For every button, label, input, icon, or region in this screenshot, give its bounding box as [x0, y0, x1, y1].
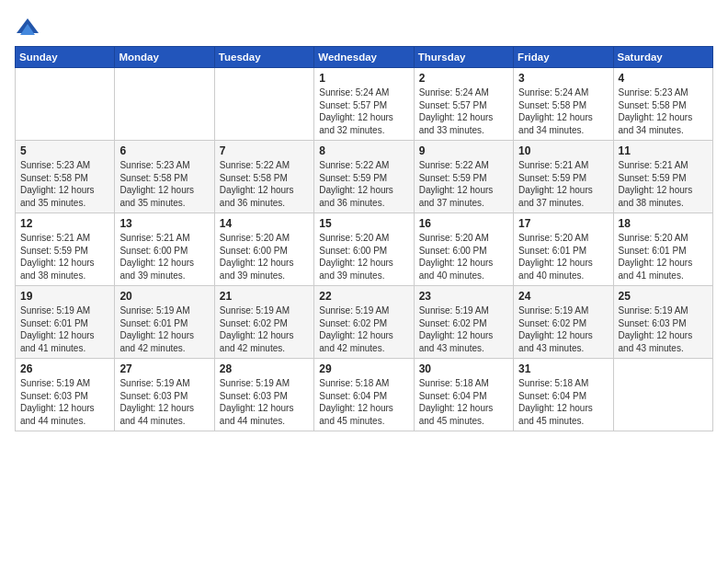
day-number: 14 — [220, 217, 309, 230]
calendar-cell: 16Sunrise: 5:20 AM Sunset: 6:00 PM Dayli… — [414, 213, 513, 286]
calendar-cell: 4Sunrise: 5:23 AM Sunset: 5:58 PM Daylig… — [613, 68, 712, 141]
day-number: 17 — [518, 217, 608, 230]
day-number: 16 — [419, 217, 508, 230]
day-number: 19 — [20, 290, 109, 303]
calendar-cell: 19Sunrise: 5:19 AM Sunset: 6:01 PM Dayli… — [16, 286, 115, 359]
logo — [15, 15, 44, 40]
day-info: Sunrise: 5:23 AM Sunset: 5:58 PM Dayligh… — [119, 159, 209, 209]
calendar-cell: 28Sunrise: 5:19 AM Sunset: 6:03 PM Dayli… — [214, 359, 313, 431]
calendar-week-2: 5Sunrise: 5:23 AM Sunset: 5:58 PM Daylig… — [16, 141, 713, 213]
day-info: Sunrise: 5:24 AM Sunset: 5:57 PM Dayligh… — [319, 86, 408, 136]
header-day-thursday: Thursday — [414, 47, 513, 68]
day-number: 30 — [419, 362, 508, 375]
day-number: 27 — [119, 362, 209, 375]
calendar-cell: 30Sunrise: 5:18 AM Sunset: 6:04 PM Dayli… — [414, 359, 513, 431]
day-number: 4 — [619, 72, 708, 85]
header-row: SundayMondayTuesdayWednesdayThursdayFrid… — [16, 47, 713, 68]
day-info: Sunrise: 5:19 AM Sunset: 6:02 PM Dayligh… — [518, 304, 608, 354]
calendar-cell: 15Sunrise: 5:20 AM Sunset: 6:00 PM Dayli… — [314, 213, 414, 286]
calendar-cell: 13Sunrise: 5:21 AM Sunset: 6:00 PM Dayli… — [115, 213, 214, 286]
day-info: Sunrise: 5:21 AM Sunset: 5:59 PM Dayligh… — [619, 159, 708, 209]
calendar-cell: 29Sunrise: 5:18 AM Sunset: 6:04 PM Dayli… — [314, 359, 414, 431]
day-info: Sunrise: 5:20 AM Sunset: 6:00 PM Dayligh… — [220, 232, 309, 282]
day-number: 29 — [319, 362, 408, 375]
day-number: 23 — [419, 290, 508, 303]
calendar-cell: 22Sunrise: 5:19 AM Sunset: 6:02 PM Dayli… — [314, 286, 414, 359]
calendar-cell: 18Sunrise: 5:20 AM Sunset: 6:01 PM Dayli… — [613, 213, 712, 286]
calendar-cell: 24Sunrise: 5:19 AM Sunset: 6:02 PM Dayli… — [514, 286, 613, 359]
calendar-cell: 2Sunrise: 5:24 AM Sunset: 5:57 PM Daylig… — [414, 68, 513, 141]
calendar-cell: 11Sunrise: 5:21 AM Sunset: 5:59 PM Dayli… — [613, 141, 712, 213]
header-day-sunday: Sunday — [16, 47, 115, 68]
calendar-cell — [16, 68, 115, 141]
day-number: 25 — [619, 290, 708, 303]
day-info: Sunrise: 5:20 AM Sunset: 6:01 PM Dayligh… — [518, 232, 608, 282]
day-info: Sunrise: 5:22 AM Sunset: 5:59 PM Dayligh… — [319, 159, 408, 209]
day-info: Sunrise: 5:24 AM Sunset: 5:58 PM Dayligh… — [518, 86, 608, 136]
day-info: Sunrise: 5:21 AM Sunset: 5:59 PM Dayligh… — [20, 232, 109, 282]
calendar-cell: 8Sunrise: 5:22 AM Sunset: 5:59 PM Daylig… — [314, 141, 414, 213]
calendar-cell: 12Sunrise: 5:21 AM Sunset: 5:59 PM Dayli… — [16, 213, 115, 286]
day-info: Sunrise: 5:19 AM Sunset: 6:01 PM Dayligh… — [20, 304, 109, 354]
day-info: Sunrise: 5:19 AM Sunset: 6:03 PM Dayligh… — [119, 377, 209, 427]
calendar-cell: 27Sunrise: 5:19 AM Sunset: 6:03 PM Dayli… — [115, 359, 214, 431]
day-info: Sunrise: 5:18 AM Sunset: 6:04 PM Dayligh… — [518, 377, 608, 427]
day-number: 21 — [220, 290, 309, 303]
day-info: Sunrise: 5:19 AM Sunset: 6:03 PM Dayligh… — [220, 377, 309, 427]
day-info: Sunrise: 5:19 AM Sunset: 6:01 PM Dayligh… — [119, 304, 209, 354]
day-number: 2 — [419, 72, 508, 85]
calendar-cell: 9Sunrise: 5:22 AM Sunset: 5:59 PM Daylig… — [414, 141, 513, 213]
day-info: Sunrise: 5:19 AM Sunset: 6:03 PM Dayligh… — [619, 304, 708, 354]
day-info: Sunrise: 5:21 AM Sunset: 5:59 PM Dayligh… — [518, 159, 608, 209]
day-number: 31 — [518, 362, 608, 375]
day-info: Sunrise: 5:20 AM Sunset: 6:01 PM Dayligh… — [619, 232, 708, 282]
calendar-cell: 25Sunrise: 5:19 AM Sunset: 6:03 PM Dayli… — [613, 286, 712, 359]
header-day-wednesday: Wednesday — [314, 47, 414, 68]
calendar-week-4: 19Sunrise: 5:19 AM Sunset: 6:01 PM Dayli… — [16, 286, 713, 359]
day-info: Sunrise: 5:23 AM Sunset: 5:58 PM Dayligh… — [20, 159, 109, 209]
day-number: 9 — [419, 144, 508, 157]
day-info: Sunrise: 5:18 AM Sunset: 6:04 PM Dayligh… — [419, 377, 508, 427]
day-number: 11 — [619, 144, 708, 157]
calendar-cell: 31Sunrise: 5:18 AM Sunset: 6:04 PM Dayli… — [514, 359, 613, 431]
day-number: 20 — [119, 290, 209, 303]
day-number: 26 — [20, 362, 109, 375]
day-info: Sunrise: 5:19 AM Sunset: 6:03 PM Dayligh… — [20, 377, 109, 427]
day-number: 28 — [220, 362, 309, 375]
header-day-saturday: Saturday — [613, 47, 712, 68]
header-day-tuesday: Tuesday — [214, 47, 313, 68]
day-number: 22 — [319, 290, 408, 303]
calendar-cell: 17Sunrise: 5:20 AM Sunset: 6:01 PM Dayli… — [514, 213, 613, 286]
day-info: Sunrise: 5:21 AM Sunset: 6:00 PM Dayligh… — [119, 232, 209, 282]
calendar-cell: 23Sunrise: 5:19 AM Sunset: 6:02 PM Dayli… — [414, 286, 513, 359]
calendar-cell: 5Sunrise: 5:23 AM Sunset: 5:58 PM Daylig… — [16, 141, 115, 213]
calendar-body: 1Sunrise: 5:24 AM Sunset: 5:57 PM Daylig… — [16, 68, 713, 431]
calendar-week-1: 1Sunrise: 5:24 AM Sunset: 5:57 PM Daylig… — [16, 68, 713, 141]
day-info: Sunrise: 5:18 AM Sunset: 6:04 PM Dayligh… — [319, 377, 408, 427]
calendar-cell: 14Sunrise: 5:20 AM Sunset: 6:00 PM Dayli… — [214, 213, 313, 286]
day-info: Sunrise: 5:20 AM Sunset: 6:00 PM Dayligh… — [319, 232, 408, 282]
day-number: 7 — [220, 144, 309, 157]
day-number: 24 — [518, 290, 608, 303]
calendar-cell: 7Sunrise: 5:22 AM Sunset: 5:58 PM Daylig… — [214, 141, 313, 213]
day-number: 12 — [20, 217, 109, 230]
calendar-cell: 21Sunrise: 5:19 AM Sunset: 6:02 PM Dayli… — [214, 286, 313, 359]
page-header — [15, 15, 713, 40]
day-info: Sunrise: 5:22 AM Sunset: 5:58 PM Dayligh… — [220, 159, 309, 209]
calendar-header: SundayMondayTuesdayWednesdayThursdayFrid… — [16, 47, 713, 68]
day-number: 13 — [119, 217, 209, 230]
calendar-cell: 10Sunrise: 5:21 AM Sunset: 5:59 PM Dayli… — [514, 141, 613, 213]
calendar-cell: 1Sunrise: 5:24 AM Sunset: 5:57 PM Daylig… — [314, 68, 414, 141]
day-number: 5 — [20, 144, 109, 157]
calendar-week-3: 12Sunrise: 5:21 AM Sunset: 5:59 PM Dayli… — [16, 213, 713, 286]
day-number: 15 — [319, 217, 408, 230]
day-info: Sunrise: 5:22 AM Sunset: 5:59 PM Dayligh… — [419, 159, 508, 209]
calendar-cell: 20Sunrise: 5:19 AM Sunset: 6:01 PM Dayli… — [115, 286, 214, 359]
calendar-cell — [613, 359, 712, 431]
header-day-monday: Monday — [115, 47, 214, 68]
day-number: 10 — [518, 144, 608, 157]
day-info: Sunrise: 5:19 AM Sunset: 6:02 PM Dayligh… — [419, 304, 508, 354]
calendar-week-5: 26Sunrise: 5:19 AM Sunset: 6:03 PM Dayli… — [16, 359, 713, 431]
calendar-cell: 26Sunrise: 5:19 AM Sunset: 6:03 PM Dayli… — [16, 359, 115, 431]
day-number: 1 — [319, 72, 408, 85]
